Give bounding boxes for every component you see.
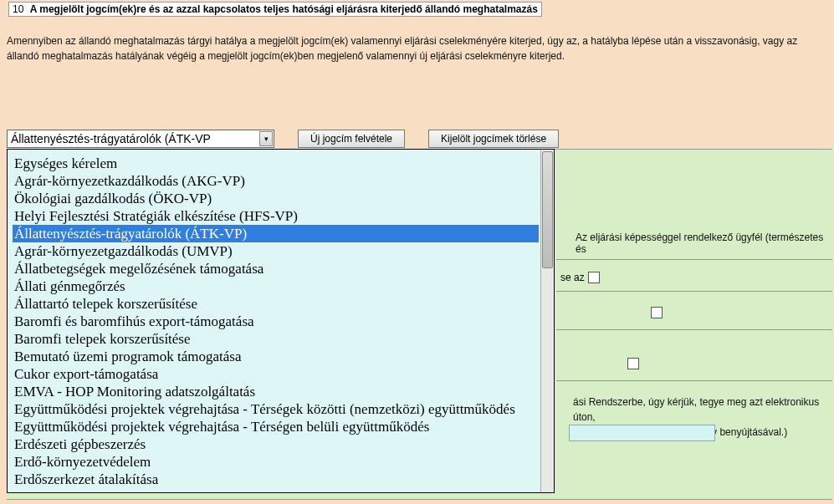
checkbox-se[interactable] [588, 272, 600, 283]
section-number: 10 [13, 3, 23, 15]
jogcim-select[interactable]: Állattenyésztés-trágyatárolók (ÁTK-VP ▾ [7, 130, 274, 148]
dropdown-item[interactable]: Erdőszerkezet átalakítása [13, 471, 539, 488]
dropdown-item[interactable]: Erdő-környezetvédelem [13, 453, 539, 471]
dropdown-item[interactable]: Erdészeti gépbeszerzés [13, 435, 539, 453]
divider [556, 291, 832, 292]
scrollbar[interactable] [540, 150, 554, 492]
background-input[interactable] [569, 425, 715, 441]
dropdown-item[interactable]: Baromfi és baromfihús export-támogatása [13, 313, 539, 330]
dropdown-item[interactable]: Agrár-környezetgazdálkodás (UMVP) [13, 242, 539, 260]
jogcim-dropdown-list[interactable]: Egységes kérelemAgrár-környezetkazdálkod… [7, 149, 555, 493]
dropdown-item[interactable]: Egységes kérelem [13, 155, 539, 172]
section-title: A megjelölt jogcím(ek)re és az azzal kap… [30, 3, 538, 15]
section-description: Amennyiben az állandó meghatalmazás tárg… [7, 33, 827, 64]
dropdown-item[interactable]: Együttműködési projektek végrehajtása - … [13, 418, 539, 435]
jogcim-select-value: Állattenyésztés-trágyatárolók (ÁTK-VP [11, 132, 211, 145]
checkbox-bg-1[interactable] [651, 307, 663, 318]
dropdown-item[interactable]: Állattenyésztés-trágyatárolók (ÁTK-VP) [13, 225, 539, 242]
divider [556, 329, 832, 330]
background-text-1: Az eljárási képességgel rendelkező ügyfé… [576, 232, 829, 255]
chevron-down-icon[interactable]: ▾ [259, 131, 273, 146]
dropdown-item[interactable]: Helyi Fejlesztési Stratégiák elkészítése… [13, 207, 539, 225]
scrollbar-thumb[interactable] [542, 151, 553, 268]
dropdown-item[interactable]: Cukor export-támogatása [13, 365, 539, 383]
dropdown-item[interactable]: EMVA - HOP Monitoring adatszolgáltatás [13, 383, 539, 400]
se-label: se az [560, 272, 585, 283]
section-header: 10 A megjelölt jogcím(ek)re és az azzal … [8, 2, 542, 17]
dropdown-item[interactable]: Bemutató üzemi programok támogatása [13, 348, 539, 365]
dropdown-item[interactable]: Agrár-környezetkazdálkodás (AKG-VP) [13, 172, 539, 190]
dropdown-item[interactable]: Állattartó telepek korszerűsítése [13, 295, 539, 313]
checkbox-bg-2[interactable] [627, 358, 639, 369]
dropdown-item[interactable]: Együttműködési projektek végrehajtása - … [13, 400, 539, 418]
bg-line2a: ási Rendszerbe, úgy kérjük, tegye meg az… [573, 396, 819, 423]
background-row-se: se az [560, 272, 600, 283]
dropdown-item[interactable]: Állatbetegségek megelőzésének támogatása [13, 260, 539, 277]
divider [556, 259, 832, 260]
delete-jogcim-button[interactable]: Kijelölt jogcímek törlése [428, 130, 559, 148]
add-jogcim-button[interactable]: Új jogcím felvétele [298, 130, 405, 148]
controls-row: Állattenyésztés-trágyatárolók (ÁTK-VP ▾ … [7, 130, 559, 148]
dropdown-item[interactable]: Ökológiai gazdálkodás (ÖKO-VP) [13, 190, 539, 207]
divider [556, 380, 832, 381]
dropdown-item[interactable]: Baromfi telepek korszerűsítése [13, 330, 539, 348]
dropdown-item[interactable]: Állati génmegőrzés [13, 277, 539, 295]
